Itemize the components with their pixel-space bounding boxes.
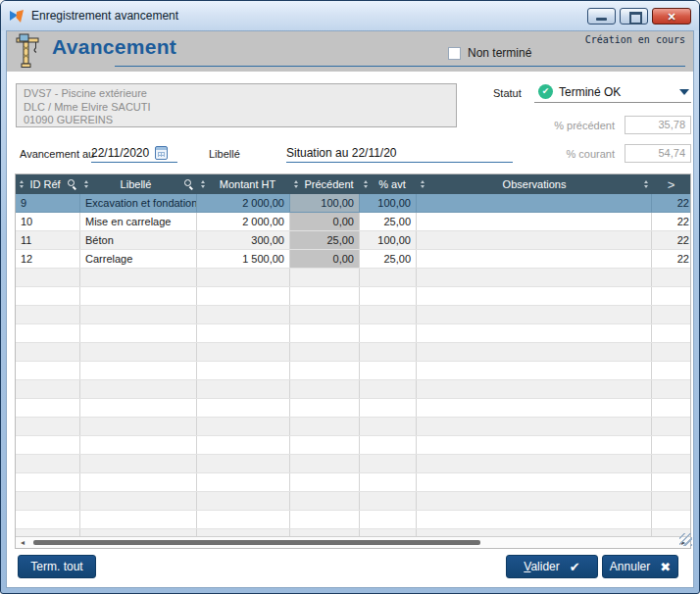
cell-id[interactable] <box>16 269 80 286</box>
libelle-field[interactable]: Situation au 22/11/20 <box>286 144 513 163</box>
cell-id[interactable] <box>16 418 80 435</box>
cell-pct[interactable] <box>360 399 417 417</box>
cell-libelle[interactable] <box>80 306 197 323</box>
cell-extra[interactable]: 22 <box>652 250 690 268</box>
cell-libelle[interactable]: Excavation et fondation <box>80 194 197 212</box>
cell-pct[interactable]: 100,00 <box>360 231 417 249</box>
column-header-pct-avt[interactable]: % avt <box>360 174 417 194</box>
cell-precedent[interactable] <box>290 492 360 510</box>
cell-extra[interactable] <box>652 436 690 454</box>
cell-obs[interactable] <box>417 399 652 417</box>
maximize-button[interactable] <box>620 8 648 25</box>
scrollbar-thumb[interactable] <box>33 540 480 545</box>
cell-montant[interactable] <box>197 473 290 491</box>
table-row-empty[interactable] <box>16 399 690 418</box>
cell-extra[interactable] <box>652 511 690 528</box>
cell-precedent[interactable] <box>290 343 360 361</box>
cell-extra[interactable] <box>652 362 690 379</box>
table-row-empty[interactable] <box>16 455 690 473</box>
statut-dropdown[interactable]: Terminé OK <box>534 83 691 103</box>
cell-libelle[interactable] <box>80 492 197 510</box>
table-row-empty[interactable] <box>16 269 690 287</box>
table-row-empty[interactable] <box>16 418 690 436</box>
cell-extra[interactable] <box>652 306 690 323</box>
cell-pct[interactable] <box>360 473 417 491</box>
scroll-left-icon[interactable]: ◂ <box>18 537 27 549</box>
cell-id[interactable] <box>16 492 80 510</box>
table-row-empty[interactable] <box>16 529 690 536</box>
cell-obs[interactable] <box>417 455 652 472</box>
cell-pct[interactable] <box>360 380 417 398</box>
cell-extra[interactable] <box>652 287 690 305</box>
cell-precedent[interactable]: 0,00 <box>290 213 360 230</box>
cell-montant[interactable] <box>197 455 290 472</box>
cell-id[interactable] <box>16 511 80 528</box>
cell-obs[interactable] <box>417 380 652 398</box>
resize-grip[interactable] <box>679 533 692 546</box>
cell-precedent[interactable] <box>290 511 360 528</box>
cell-obs[interactable] <box>417 231 652 249</box>
cell-montant[interactable] <box>197 324 290 342</box>
cell-montant[interactable] <box>197 529 290 536</box>
cell-precedent[interactable] <box>290 399 360 417</box>
cell-libelle[interactable] <box>80 269 197 286</box>
cell-precedent[interactable] <box>290 362 360 379</box>
cell-precedent[interactable] <box>290 269 360 286</box>
cell-libelle[interactable] <box>80 399 197 417</box>
cell-extra[interactable] <box>652 324 690 342</box>
cell-id[interactable]: 12 <box>16 250 80 268</box>
cell-obs[interactable] <box>417 511 652 528</box>
cell-id[interactable] <box>16 343 80 361</box>
cell-libelle[interactable] <box>80 455 197 472</box>
cell-pct[interactable] <box>360 418 417 435</box>
column-header-observations[interactable]: Observations <box>417 174 652 194</box>
cell-montant[interactable]: 2 000,00 <box>197 213 290 230</box>
cell-obs[interactable] <box>417 492 652 510</box>
annuler-button[interactable]: Annuler <box>602 555 678 578</box>
cell-id[interactable]: 10 <box>16 213 80 230</box>
cell-id[interactable]: 9 <box>16 194 80 212</box>
cell-precedent[interactable]: 0,00 <box>290 250 360 268</box>
cell-extra[interactable]: 22 <box>652 231 690 249</box>
cell-montant[interactable] <box>197 380 290 398</box>
calendar-icon[interactable] <box>155 146 168 160</box>
cell-obs[interactable] <box>417 343 652 361</box>
table-row-empty[interactable] <box>16 343 690 362</box>
cell-montant[interactable] <box>197 511 290 528</box>
cell-id[interactable] <box>16 473 80 491</box>
cell-pct[interactable] <box>360 511 417 528</box>
cell-pct[interactable]: 25,00 <box>360 213 417 230</box>
table-row-empty[interactable] <box>16 380 690 399</box>
cell-pct[interactable] <box>360 529 417 536</box>
cell-id[interactable] <box>16 362 80 379</box>
cell-precedent[interactable] <box>290 436 360 454</box>
minimize-button[interactable] <box>587 8 616 25</box>
cell-libelle[interactable] <box>80 287 197 305</box>
cell-pct[interactable] <box>360 324 417 342</box>
cell-montant[interactable] <box>197 362 290 379</box>
cell-obs[interactable] <box>417 324 652 342</box>
cell-precedent[interactable] <box>290 324 360 342</box>
cell-extra[interactable]: 22 <box>652 194 690 212</box>
cell-pct[interactable]: 100,00 <box>360 194 417 212</box>
cell-montant[interactable] <box>197 269 290 286</box>
cell-id[interactable] <box>16 380 80 398</box>
cell-montant[interactable]: 1 500,00 <box>197 250 290 268</box>
cell-montant[interactable] <box>197 418 290 435</box>
cell-pct[interactable] <box>360 492 417 510</box>
cell-libelle[interactable]: Mise en carrelage <box>80 213 197 230</box>
cell-montant[interactable] <box>197 287 290 305</box>
table-row[interactable]: 11Béton300,0025,00100,0022 <box>16 231 690 250</box>
cell-montant[interactable]: 300,00 <box>197 231 290 249</box>
cell-extra[interactable] <box>652 380 690 398</box>
cell-libelle[interactable] <box>80 529 197 536</box>
table-row-empty[interactable] <box>16 436 690 455</box>
cell-id[interactable] <box>16 306 80 323</box>
cell-montant[interactable]: 2 000,00 <box>197 194 290 212</box>
cell-pct[interactable] <box>360 343 417 361</box>
cell-extra[interactable] <box>652 418 690 435</box>
cell-obs[interactable] <box>417 362 652 379</box>
cell-montant[interactable] <box>197 343 290 361</box>
table-row-empty[interactable] <box>16 287 690 306</box>
cell-obs[interactable] <box>417 194 652 212</box>
